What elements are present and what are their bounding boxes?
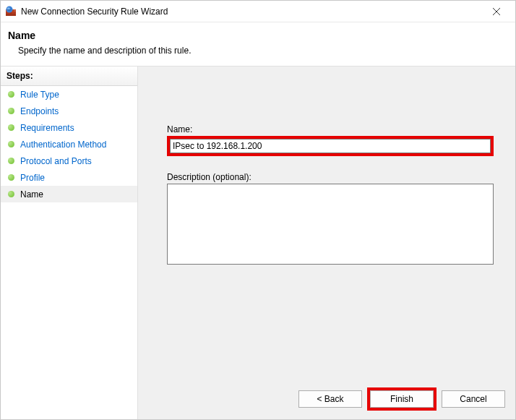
finish-highlight: Finish xyxy=(367,387,437,411)
main-panel: Name: Description (optional): < Back Fin… xyxy=(138,67,515,419)
button-row: < Back Finish Cancel xyxy=(298,387,505,411)
svg-rect-2 xyxy=(6,14,16,16)
step-bullet-icon xyxy=(8,108,14,114)
step-bullet-icon xyxy=(8,158,14,164)
step-label: Requirements xyxy=(20,123,74,133)
window-title: New Connection Security Rule Wizard xyxy=(21,7,168,17)
step-label: Protocol and Ports xyxy=(20,156,92,166)
cancel-button[interactable]: Cancel xyxy=(442,390,505,408)
wizard-window: New Connection Security Rule Wizard Name… xyxy=(0,0,516,420)
step-label: Rule Type xyxy=(20,90,59,100)
name-label: Name: xyxy=(167,124,494,134)
firewall-icon xyxy=(5,6,17,17)
steps-sidebar: Steps: Rule Type Endpoints Requirements … xyxy=(1,67,138,419)
name-highlight xyxy=(167,136,494,156)
form-area: Name: Description (optional): xyxy=(167,124,494,265)
description-label: Description (optional): xyxy=(167,172,494,182)
step-name[interactable]: Name xyxy=(1,186,137,202)
step-label: Name xyxy=(20,189,43,200)
back-button[interactable]: < Back xyxy=(298,390,362,408)
step-rule-type[interactable]: Rule Type xyxy=(1,86,137,103)
step-bullet-icon xyxy=(8,174,14,181)
step-bullet-icon xyxy=(8,124,14,131)
step-requirements[interactable]: Requirements xyxy=(1,119,137,136)
titlebar: New Connection Security Rule Wizard xyxy=(1,1,515,22)
step-profile[interactable]: Profile xyxy=(1,169,137,186)
finish-button[interactable]: Finish xyxy=(370,390,434,408)
step-bullet-icon xyxy=(8,191,14,197)
close-button[interactable] xyxy=(482,1,511,22)
step-label: Authentication Method xyxy=(20,140,106,150)
description-input[interactable] xyxy=(167,184,494,265)
step-bullet-icon xyxy=(8,141,14,147)
close-icon xyxy=(493,8,500,15)
steps-header: Steps: xyxy=(1,67,137,86)
step-endpoints[interactable]: Endpoints xyxy=(1,103,137,119)
step-bullet-icon xyxy=(8,91,14,98)
step-authentication-method[interactable]: Authentication Method xyxy=(1,136,137,153)
wizard-body: Steps: Rule Type Endpoints Requirements … xyxy=(1,67,515,419)
wizard-header: Name Specify the name and description of… xyxy=(1,22,515,67)
step-label: Profile xyxy=(20,173,45,183)
page-subtitle: Specify the name and description of this… xyxy=(18,46,508,56)
svg-point-7 xyxy=(7,7,10,9)
page-title: Name xyxy=(8,30,508,41)
name-input[interactable] xyxy=(170,139,491,153)
step-protocol-and-ports[interactable]: Protocol and Ports xyxy=(1,153,137,169)
step-label: Endpoints xyxy=(20,106,59,116)
